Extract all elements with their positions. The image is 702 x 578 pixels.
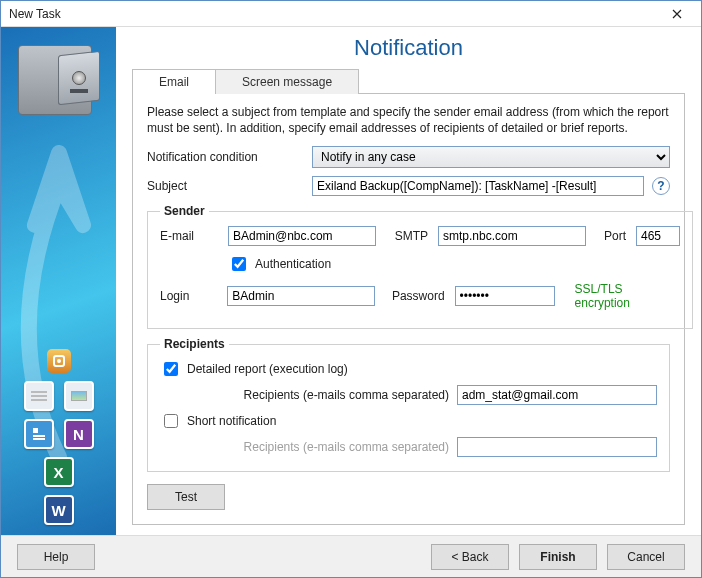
sender-group: Sender E-mail SMTP Port Authentication (147, 204, 693, 329)
tabs: Email Screen message (132, 69, 685, 94)
document-icon (24, 381, 54, 411)
wizard-sidebar: N X W (1, 27, 116, 535)
svg-rect-1 (33, 435, 45, 437)
subject-input[interactable] (312, 176, 644, 196)
login-input[interactable] (227, 286, 375, 306)
excel-icon: X (44, 457, 74, 487)
login-label: Login (160, 289, 217, 303)
window-title: New Task (9, 7, 61, 21)
recipients-legend: Recipients (160, 337, 229, 351)
wizard-footer: Help < Back Finish Cancel (1, 535, 701, 577)
detailed-recipients-label: Recipients (e-mails comma separated) (160, 388, 449, 402)
sender-legend: Sender (160, 204, 209, 218)
tab-screen-message[interactable]: Screen message (215, 69, 359, 94)
data-source-icon (47, 349, 71, 373)
auth-checkbox-label[interactable]: Authentication (228, 254, 331, 274)
photo-icon (64, 381, 94, 411)
test-button[interactable]: Test (147, 484, 225, 510)
sender-email-label: E-mail (160, 229, 218, 243)
short-notification-checkbox[interactable] (164, 414, 178, 428)
instructions-text: Please select a subject from template an… (147, 104, 670, 136)
cancel-button[interactable]: Cancel (607, 544, 685, 570)
detailed-report-checkbox[interactable] (164, 362, 178, 376)
subject-label: Subject (147, 179, 312, 193)
close-button[interactable] (657, 3, 697, 25)
close-icon (672, 9, 682, 19)
port-input[interactable] (636, 226, 680, 246)
word-icon: W (44, 495, 74, 525)
page-title: Notification (132, 35, 685, 61)
short-recipients-label: Recipients (e-mails comma separated) (160, 440, 449, 454)
smtp-label: SMTP (386, 229, 428, 243)
contacts-icon (24, 419, 54, 449)
detailed-recipients-input[interactable] (457, 385, 657, 405)
password-input[interactable] (455, 286, 555, 306)
finish-button[interactable]: Finish (519, 544, 597, 570)
back-button[interactable]: < Back (431, 544, 509, 570)
sender-email-input[interactable] (228, 226, 376, 246)
port-label: Port (596, 229, 626, 243)
help-icon: ? (657, 179, 664, 193)
svg-rect-0 (33, 428, 38, 433)
subject-help-button[interactable]: ? (652, 177, 670, 195)
short-notification-label[interactable]: Short notification (160, 411, 657, 431)
recipients-group: Recipients Detailed report (execution lo… (147, 337, 670, 472)
ssl-indicator: SSL/TLS encryption (575, 282, 680, 310)
short-recipients-input (457, 437, 657, 457)
smtp-input[interactable] (438, 226, 586, 246)
help-button[interactable]: Help (17, 544, 95, 570)
tab-panel: Please select a subject from template an… (132, 93, 685, 525)
auth-checkbox[interactable] (232, 257, 246, 271)
detailed-report-label[interactable]: Detailed report (execution log) (160, 359, 657, 379)
onenote-icon: N (64, 419, 94, 449)
titlebar: New Task (1, 1, 701, 27)
password-label: Password (385, 289, 444, 303)
safe-icon (18, 45, 100, 119)
tab-email[interactable]: Email (132, 69, 216, 94)
svg-rect-2 (33, 438, 45, 440)
condition-label: Notification condition (147, 150, 312, 164)
condition-select[interactable]: Notify in any case (312, 146, 670, 168)
